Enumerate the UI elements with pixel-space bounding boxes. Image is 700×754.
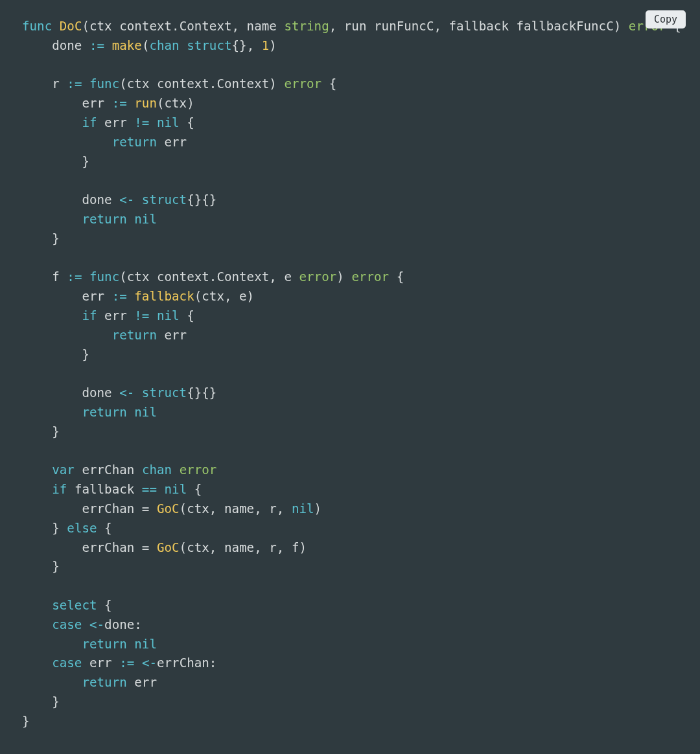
code-line: err := run(ctx) xyxy=(22,94,678,113)
code-token: err xyxy=(165,328,187,343)
code-token: fallback xyxy=(75,482,134,497)
code-line: } xyxy=(22,152,678,172)
code-token: err xyxy=(89,656,112,670)
code-token: name xyxy=(247,19,277,34)
code-token: , xyxy=(224,289,239,304)
code-token: ) xyxy=(614,19,622,34)
code-token xyxy=(127,212,135,227)
code-token xyxy=(22,269,52,284)
code-token: ) xyxy=(314,501,322,516)
code-token: := xyxy=(104,289,134,304)
code-line xyxy=(22,171,678,190)
code-token xyxy=(67,482,75,497)
code-token xyxy=(22,656,52,670)
code-token: struct xyxy=(187,38,231,53)
code-token: ) xyxy=(269,76,277,91)
code-token: select xyxy=(52,598,97,613)
code-line: errChan = GoC(ctx, name, r, f) xyxy=(22,538,678,558)
code-token xyxy=(22,482,52,497)
code-token: make xyxy=(112,38,142,53)
code-token: = xyxy=(134,501,157,516)
code-token: { xyxy=(389,269,404,284)
code-token xyxy=(22,424,52,439)
code-token: fallback xyxy=(449,19,509,34)
code-token xyxy=(157,135,165,150)
code-token: r xyxy=(52,76,60,91)
code-token xyxy=(22,154,82,169)
code-token: ( xyxy=(82,19,89,34)
code-token: { xyxy=(97,521,112,536)
code-token xyxy=(22,76,52,91)
code-token xyxy=(82,656,89,670)
code-token: , xyxy=(277,501,292,516)
code-token: } xyxy=(52,424,60,439)
code-token: case xyxy=(52,617,82,632)
code-token xyxy=(22,347,82,362)
code-line: } else { xyxy=(22,519,678,538)
code-token: := xyxy=(112,656,142,670)
code-token: error xyxy=(284,76,321,91)
code-line xyxy=(22,249,678,268)
code-token: fallback xyxy=(134,289,194,304)
code-token: errChan xyxy=(157,656,209,670)
code-token: err xyxy=(104,308,127,323)
code-token: ctx xyxy=(127,76,150,91)
code-token xyxy=(22,540,82,555)
code-line: done <- struct{}{} xyxy=(22,190,678,210)
code-token: run xyxy=(134,96,157,111)
code-token: err xyxy=(134,675,157,690)
code-token: context.Context xyxy=(119,19,231,34)
code-token xyxy=(112,19,120,34)
code-token: return xyxy=(82,405,126,420)
code-line: errChan = GoC(ctx, name, r, nil) xyxy=(22,499,678,519)
code-token: e xyxy=(284,269,292,284)
code-token: } xyxy=(52,694,60,709)
code-token: e xyxy=(239,289,247,304)
code-token: nil xyxy=(157,115,180,130)
code-line: select { xyxy=(22,596,678,615)
copy-button[interactable]: Copy xyxy=(646,10,686,29)
code-token xyxy=(22,463,52,477)
code-line xyxy=(22,56,678,75)
code-token: func xyxy=(22,19,52,34)
code-line: func DoC(ctx context.Context, name strin… xyxy=(22,17,678,36)
code-token: f xyxy=(52,269,60,284)
code-line: case <-done: xyxy=(22,615,678,635)
code-token: ) xyxy=(247,289,255,304)
code-token xyxy=(22,289,82,304)
code-token xyxy=(22,675,82,690)
code-token: { xyxy=(187,482,202,497)
code-token xyxy=(149,76,157,91)
code-line xyxy=(22,577,678,596)
code-token: ( xyxy=(180,501,187,516)
code-token: return xyxy=(82,675,126,690)
code-token xyxy=(127,405,135,420)
code-token xyxy=(149,269,157,284)
code-token: := xyxy=(104,96,134,111)
code-token xyxy=(22,559,52,574)
code-token: := xyxy=(60,269,89,284)
code-token: GoC xyxy=(157,540,180,555)
code-token xyxy=(22,694,52,709)
code-token: {}{} xyxy=(187,385,216,400)
code-line: } xyxy=(22,422,678,442)
code-token: <- xyxy=(142,656,157,670)
code-token: var xyxy=(52,463,75,477)
code-content: func DoC(ctx context.Context, name strin… xyxy=(22,17,678,731)
code-token xyxy=(22,405,82,420)
code-token: run xyxy=(344,19,367,34)
code-token xyxy=(97,308,105,323)
code-token xyxy=(344,269,352,284)
code-token: ) xyxy=(269,38,277,53)
code-token xyxy=(82,617,89,632)
code-token: if xyxy=(82,115,97,130)
code-token: error xyxy=(351,269,389,284)
code-token: nil xyxy=(134,212,157,227)
code-token: errChan xyxy=(82,540,134,555)
code-line: err := fallback(ctx, e) xyxy=(22,287,678,306)
code-token: , xyxy=(209,501,224,516)
code-token: , xyxy=(247,38,262,53)
code-token: } xyxy=(82,154,89,169)
code-token: error xyxy=(299,269,337,284)
code-token xyxy=(22,38,52,53)
